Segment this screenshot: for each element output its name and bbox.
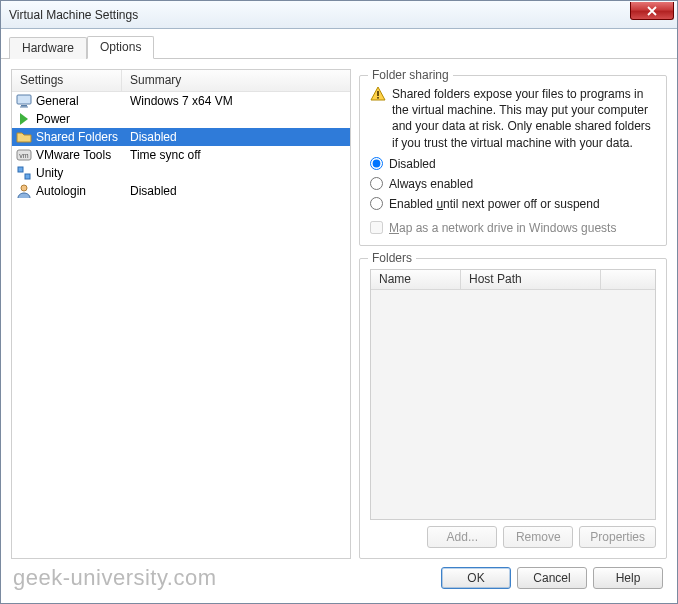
list-row-summary: Disabled [122,130,350,144]
radio-disabled-label: Disabled [389,157,436,171]
map-drive-label: Map as a network drive in Windows guests [389,221,616,235]
folders-group: Folders Name Host Path Add... Remove Pro… [359,258,667,559]
radio-disabled[interactable]: Disabled [370,157,656,171]
folders-table-header: Name Host Path [371,270,655,290]
folders-table: Name Host Path [370,269,656,520]
svg-rect-7 [25,174,30,179]
settings-list: Settings Summary GeneralWindows 7 x64 VM… [11,69,351,559]
folders-col-host[interactable]: Host Path [461,270,601,289]
radio-disabled-input[interactable] [370,157,383,170]
tab-hardware[interactable]: Hardware [9,37,87,59]
list-row-name: Autologin [36,184,86,198]
ok-button[interactable]: OK [441,567,511,589]
folder-sharing-group: Folder sharing Shared folders expose you… [359,75,667,246]
close-icon [647,6,657,16]
column-settings-header[interactable]: Settings [12,70,122,91]
window-title: Virtual Machine Settings [1,8,138,22]
properties-button[interactable]: Properties [579,526,656,548]
map-drive-checkbox [370,221,383,234]
svg-rect-6 [18,167,23,172]
monitor-icon [16,93,32,109]
folders-table-body [371,290,655,519]
help-button[interactable]: Help [593,567,663,589]
map-drive: Map as a network drive in Windows guests [370,221,656,235]
close-button[interactable] [630,2,674,20]
svg-marker-3 [20,113,28,125]
radio-always-label: Always enabled [389,177,473,191]
list-row-name: Shared Folders [36,130,118,144]
add-button[interactable]: Add... [427,526,497,548]
svg-rect-2 [20,107,28,108]
folder-sharing-legend: Folder sharing [368,68,453,82]
list-row[interactable]: vmVMware ToolsTime sync off [12,146,350,164]
svg-text:vm: vm [19,152,29,159]
vm-icon: vm [16,147,32,163]
power-icon [16,111,32,127]
radio-always-input[interactable] [370,177,383,190]
list-row-name: Power [36,112,70,126]
user-icon [16,183,32,199]
svg-rect-1 [21,105,27,107]
column-summary-header[interactable]: Summary [122,70,350,91]
list-row-summary: Disabled [122,184,350,198]
radio-until[interactable]: Enabled until next power off or suspend [370,197,656,211]
folder-sharing-warning: Shared folders expose your files to prog… [392,86,656,151]
tab-bar: Hardware Options [1,29,677,59]
svg-rect-0 [17,95,31,104]
folders-col-rest[interactable] [601,270,655,289]
list-row-name: Unity [36,166,63,180]
list-row[interactable]: Power [12,110,350,128]
radio-always[interactable]: Always enabled [370,177,656,191]
folders-legend: Folders [368,251,416,265]
list-row[interactable]: GeneralWindows 7 x64 VM [12,92,350,110]
svg-rect-10 [377,97,379,99]
settings-list-header: Settings Summary [12,70,350,92]
warning-icon [370,86,386,102]
unity-icon [16,165,32,181]
tab-options[interactable]: Options [87,36,154,59]
title-bar: Virtual Machine Settings [1,1,677,29]
remove-button[interactable]: Remove [503,526,573,548]
dialog-buttons: OK Cancel Help [1,563,677,599]
folder-icon [16,129,32,145]
radio-until-input[interactable] [370,197,383,210]
list-row[interactable]: Unity [12,164,350,182]
svg-rect-9 [377,91,379,96]
radio-until-label: Enabled until next power off or suspend [389,197,600,211]
cancel-button[interactable]: Cancel [517,567,587,589]
folders-col-name[interactable]: Name [371,270,461,289]
list-row-name: VMware Tools [36,148,111,162]
list-row[interactable]: Shared FoldersDisabled [12,128,350,146]
svg-point-8 [21,185,27,191]
list-row[interactable]: AutologinDisabled [12,182,350,200]
list-row-summary: Windows 7 x64 VM [122,94,350,108]
list-row-summary: Time sync off [122,148,350,162]
list-row-name: General [36,94,79,108]
